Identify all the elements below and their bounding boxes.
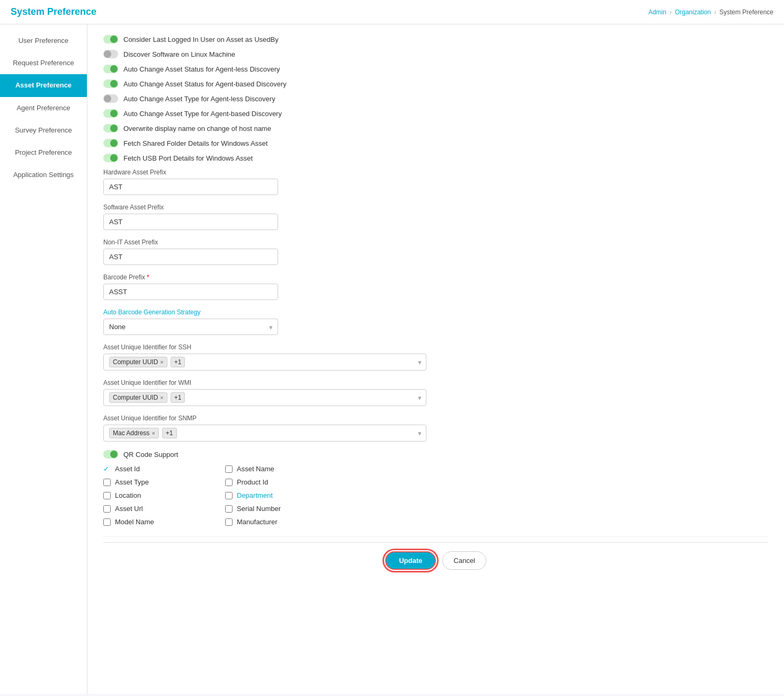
asset-url-checkbox[interactable] [103, 505, 111, 513]
toggle-fetch-shared-folder: Fetch Shared Folder Details for Windows … [103, 139, 768, 147]
serial-number-label: Serial Number [237, 505, 281, 513]
asset-type-checkbox[interactable] [103, 479, 111, 486]
toggle-consider-last-logged: Consider Last Logged In User on Asset as… [103, 35, 768, 43]
hardware-asset-prefix-group: Hardware Asset Prefix [103, 169, 768, 195]
toggle-fetch-shared-folder-switch[interactable] [103, 139, 118, 147]
snmp-identifier-label: Asset Unique Identifier for SNMP [103, 415, 768, 422]
checkbox-department-row: Department [225, 491, 331, 499]
barcode-prefix-input[interactable] [103, 284, 278, 300]
toggle-fetch-usb-port-switch[interactable] [103, 154, 118, 162]
toggle-auto-change-agentbased-switch[interactable] [103, 80, 118, 88]
snmp-tag-mac-address: Mac Address × [109, 428, 159, 438]
checkbox-model-name-row: Model Name [103, 518, 209, 526]
department-label: Department [237, 491, 273, 499]
sidebar-item-agent-preference[interactable]: Agent Preference [0, 97, 87, 119]
checkbox-manufacturer-row: Manufacturer [225, 518, 331, 526]
toggle-discover-software-linux-switch[interactable] [103, 50, 118, 58]
hardware-asset-prefix-input[interactable] [103, 179, 278, 195]
ssh-identifier-input[interactable]: Computer UUID × +1 ▾ [103, 354, 426, 371]
toggle-overwrite-display-name-label: Overwrite display name on change of host… [123, 125, 271, 133]
model-name-label: Model Name [115, 518, 154, 526]
main-content: Consider Last Logged In User on Asset as… [87, 24, 784, 694]
toggle-auto-change-type-agentless-switch[interactable] [103, 94, 118, 103]
wmi-tag-label: Computer UUID [113, 394, 158, 401]
barcode-required-star: * [147, 274, 149, 281]
toggle-auto-change-type-agentless-label: Auto Change Asset Type for Agent-less Di… [123, 95, 275, 103]
toggle-discover-software-linux: Discover Software on Linux Machine [103, 50, 768, 58]
sidebar-item-application-settings[interactable]: Application Settings [0, 164, 87, 186]
breadcrumb-admin[interactable]: Admin [648, 8, 666, 16]
software-asset-prefix-input[interactable] [103, 214, 278, 230]
sidebar-item-asset-preference[interactable]: Asset Preference [0, 74, 87, 96]
sidebar: User Preference Request Preference Asset… [0, 24, 87, 694]
snmp-tag-close-icon[interactable]: × [152, 430, 155, 436]
snmp-tag-plus[interactable]: +1 [162, 428, 177, 438]
asset-name-checkbox[interactable] [225, 465, 233, 473]
qr-toggle-switch[interactable] [103, 450, 118, 459]
footer-buttons: Update Cancel [103, 542, 768, 578]
sidebar-item-project-preference[interactable]: Project Preference [0, 142, 87, 164]
toggle-auto-change-type-agentbased-switch[interactable] [103, 109, 118, 118]
model-name-checkbox[interactable] [103, 518, 111, 526]
ssh-identifier-group: Asset Unique Identifier for SSH Computer… [103, 343, 768, 371]
location-label: Location [115, 491, 141, 499]
qr-toggle-label: QR Code Support [123, 451, 178, 459]
manufacturer-checkbox[interactable] [225, 518, 233, 526]
qr-toggle-row: QR Code Support [103, 450, 768, 459]
toggle-consider-last-logged-switch[interactable] [103, 35, 118, 43]
ssh-chevron-icon: ▾ [418, 358, 422, 366]
ssh-tag-plus[interactable]: +1 [171, 357, 185, 367]
wmi-tag-computer-uuid: Computer UUID × [109, 392, 167, 403]
breadcrumb: Admin › Organization › System Preference [648, 8, 773, 16]
asset-id-label: Asset Id [115, 465, 140, 473]
wmi-identifier-input[interactable]: Computer UUID × +1 ▾ [103, 389, 426, 406]
toggle-auto-change-type-agentbased-label: Auto Change Asset Type for Agent-based D… [123, 110, 282, 118]
manufacturer-label: Manufacturer [237, 518, 278, 526]
toggle-auto-change-agentbased: Auto Change Asset Status for Agent-based… [103, 80, 768, 88]
barcode-strategy-group: Auto Barcode Generation Strategy None Se… [103, 309, 768, 335]
barcode-strategy-wrapper: None Sequential Random ▾ [103, 319, 278, 335]
barcode-strategy-label: Auto Barcode Generation Strategy [103, 309, 768, 316]
update-button[interactable]: Update [385, 551, 436, 570]
breadcrumb-organization[interactable]: Organization [675, 8, 711, 16]
wmi-identifier-label: Asset Unique Identifier for WMI [103, 379, 768, 386]
snmp-identifier-input[interactable]: Mac Address × +1 ▾ [103, 425, 426, 442]
toggle-auto-change-type-agentbased: Auto Change Asset Type for Agent-based D… [103, 109, 768, 118]
toggle-fetch-usb-port-label: Fetch USB Port Details for Windows Asset [123, 154, 253, 162]
barcode-prefix-group: Barcode Prefix * [103, 274, 768, 300]
ssh-identifier-label: Asset Unique Identifier for SSH [103, 343, 768, 351]
breadcrumb-sep2: › [714, 8, 716, 16]
snmp-chevron-icon: ▾ [418, 429, 422, 437]
non-it-asset-prefix-input[interactable] [103, 249, 278, 265]
checkbox-location-row: Location [103, 491, 209, 499]
checkbox-asset-name-row: Asset Name [225, 465, 331, 473]
toggle-overwrite-display-name-switch[interactable] [103, 124, 118, 133]
checkbox-col1: ✓ Asset Id Asset Type Location Asset Url [103, 465, 209, 526]
location-checkbox[interactable] [103, 492, 111, 499]
toggle-auto-change-type-agentless: Auto Change Asset Type for Agent-less Di… [103, 94, 768, 103]
toggle-auto-change-agentless-switch[interactable] [103, 65, 118, 73]
header: System Preference Admin › Organization ›… [0, 0, 784, 24]
wmi-tag-close-icon[interactable]: × [160, 394, 163, 401]
sidebar-item-user-preference[interactable]: User Preference [0, 30, 87, 52]
checkbox-serial-number-row: Serial Number [225, 505, 331, 513]
sidebar-item-request-preference[interactable]: Request Preference [0, 52, 87, 74]
department-checkbox[interactable] [225, 492, 233, 499]
wmi-chevron-icon: ▾ [418, 394, 422, 402]
ssh-tag-computer-uuid: Computer UUID × [109, 357, 167, 367]
asset-type-label: Asset Type [115, 478, 149, 486]
product-id-label: Product Id [237, 478, 268, 486]
toggle-fetch-shared-folder-label: Fetch Shared Folder Details for Windows … [123, 139, 268, 147]
product-id-checkbox[interactable] [225, 479, 233, 486]
checkbox-col2: Asset Name Product Id Department Serial … [225, 465, 331, 526]
serial-number-checkbox[interactable] [225, 505, 233, 513]
toggle-discover-software-linux-label: Discover Software on Linux Machine [123, 50, 235, 58]
barcode-strategy-select[interactable]: None Sequential Random [103, 319, 278, 335]
asset-name-label: Asset Name [237, 465, 274, 473]
sidebar-item-survey-preference[interactable]: Survey Preference [0, 119, 87, 142]
ssh-tag-close-icon[interactable]: × [160, 359, 163, 365]
snmp-tag-label: Mac Address [113, 429, 149, 437]
wmi-tag-plus[interactable]: +1 [171, 392, 185, 403]
checkbox-asset-id-row: ✓ Asset Id [103, 465, 209, 473]
cancel-button[interactable]: Cancel [442, 551, 486, 570]
